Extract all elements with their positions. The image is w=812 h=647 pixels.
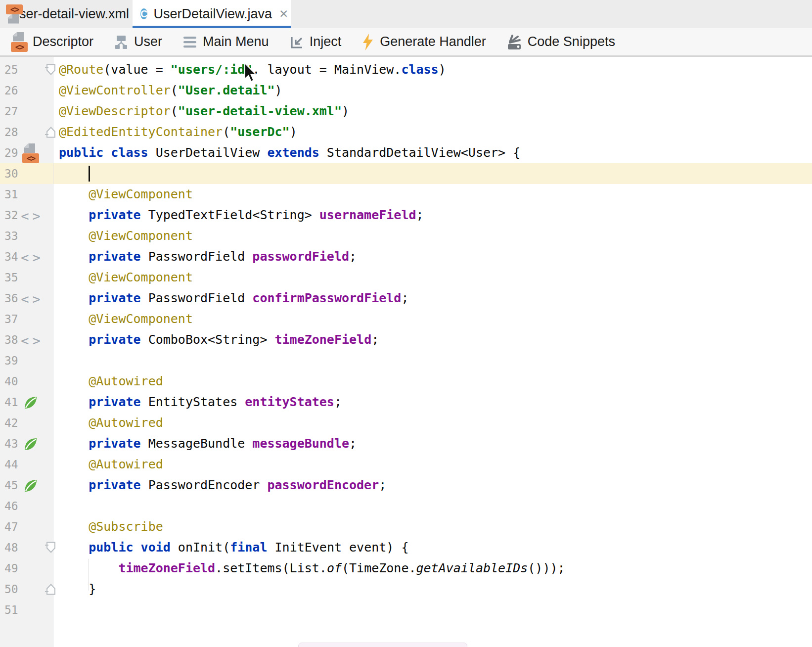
tab-label: UserDetailView.java [153,6,272,22]
main-menu-icon [182,34,198,50]
fold-marker-start[interactable] [45,63,57,77]
fold-marker-end[interactable] [45,582,57,596]
gutter-angle-brackets-icon[interactable]: <> [21,248,41,266]
code-line-row-46: 46 [0,496,812,516]
tab-userdetailview-java[interactable]: C UserDetailView.java ✕ [133,0,291,28]
gutter-xml-file-icon[interactable]: <> [21,144,41,162]
gutter-spring-bean-icon[interactable] [21,435,41,453]
line-number: 45 [4,475,18,496]
code-snippets-icon [506,34,523,50]
line-number: 39 [4,350,18,371]
code-editor[interactable]: 25@Route(value = "users/:id", layout = M… [0,57,812,647]
code-line-row-27: 27@ViewDescriptor("user-detail-view.xml"… [0,101,812,122]
code-line-row-33: 33 @ViewComponent [0,226,812,246]
code-line-row-35: 35 @ViewComponent [0,267,812,288]
code-line-text: @Autowired [59,454,163,475]
code-line-row-25: 25@Route(value = "users/:id", layout = M… [0,59,812,80]
line-number: 25 [4,59,18,80]
toolbar-item-label: Main Menu [203,34,269,49]
line-number: 34 [4,246,18,267]
editor-tab-bar: <> user-detail-view.xml ✕ C UserDetailVi… [0,0,812,28]
toolbar-item-inject[interactable]: Inject [289,34,342,50]
code-line-text: private EntityStates entityStates; [59,392,342,413]
line-number: 47 [4,516,18,537]
gutter-spring-bean-icon[interactable] [21,394,41,412]
line-number: 51 [4,600,18,620]
popup-edge [298,643,467,647]
toolbar-item-descriptor[interactable]: <>Descriptor [11,32,93,52]
line-number: 38 [4,329,18,350]
line-number: 42 [4,413,18,433]
toolbar-item-label: Descriptor [33,34,93,49]
code-line-row-28: 28@EditedEntityContainer("userDc") [0,122,812,142]
code-line-row-51: 51 [0,600,812,620]
code-line-text: @Autowired [59,371,163,392]
code-line-text: public class UserDetailView extends Stan… [59,142,520,163]
code-line-row-39: 39 [0,350,812,371]
gutter-angle-brackets-icon[interactable]: <> [21,207,41,225]
code-line-row-34: 34<> private PasswordField passwordField… [0,246,812,267]
close-icon[interactable]: ✕ [279,7,288,21]
line-number: 50 [4,579,18,600]
code-line-row-26: 26@ViewController("User.detail") [0,80,812,101]
gutter-spring-bean-icon[interactable] [21,477,41,495]
code-line-text: private ComboBox<String> timeZoneField; [59,329,379,350]
line-number: 35 [4,267,18,288]
entity-hierarchy-icon [113,34,129,50]
code-line-row-31: 31 @ViewComponent [0,184,812,205]
code-line-text: @ViewComponent [59,309,193,329]
toolbar-item-main-menu[interactable]: Main Menu [182,34,269,50]
code-line-text: private TypedTextField<String> usernameF… [59,205,424,226]
code-line-row-40: 40 @Autowired [0,371,812,392]
toolbar-item-label: User [134,34,162,49]
code-line-row-42: 42 @Autowired [0,413,812,433]
java-class-icon: C [140,6,147,22]
code-line-text: @ViewComponent [59,267,193,288]
code-line-text: @ViewController("User.detail") [59,80,282,101]
code-line-text: @EditedEntityContainer("userDc") [59,122,297,142]
fold-marker-start[interactable] [45,541,57,555]
code-line-row-29: 29<>public class UserDetailView extends … [0,142,812,163]
line-number: 48 [4,537,18,558]
code-line-row-50: 50 } [0,579,812,600]
fold-marker-end[interactable] [45,125,57,139]
code-line-text: private PasswordEncoder passwordEncoder; [59,475,386,496]
gutter-angle-brackets-icon[interactable]: <> [21,331,41,349]
line-number: 31 [4,184,18,205]
line-number: 46 [4,496,18,516]
code-line-row-41: 41 private EntityStates entityStates; [0,392,812,413]
code-line-row-37: 37 @ViewComponent [0,309,812,329]
code-line-text: private PasswordField confirmPasswordFie… [59,288,408,309]
code-line-row-45: 45 private PasswordEncoder passwordEncod… [0,475,812,496]
code-line-row-38: 38<> private ComboBox<String> timeZoneFi… [0,329,812,350]
code-line-text: private MessageBundle messageBundle; [59,433,357,454]
toolbar-item-code-snippets[interactable]: Code Snippets [506,34,615,50]
line-number: 36 [4,288,18,309]
code-line-row-43: 43 private MessageBundle messageBundle; [0,433,812,454]
line-number: 41 [4,392,18,413]
code-line-text: @ViewDescriptor("user-detail-view.xml") [59,101,349,122]
toolbar-item-generate-handler[interactable]: Generate Handler [361,33,486,51]
line-number: 29 [4,142,18,163]
line-number: 26 [4,80,18,101]
code-line-text: @Autowired [59,413,163,433]
xml-file-icon: <> [11,32,28,52]
code-line-text: @ViewComponent [59,226,193,246]
code-line-text: private PasswordField passwordField; [59,246,357,267]
code-line-text: timeZoneField.setItems(List.of(TimeZone.… [59,558,565,579]
gutter-separator [53,57,53,647]
code-line-row-47: 47 @Subscribe [0,516,812,537]
line-number: 27 [4,101,18,122]
gutter-angle-brackets-icon[interactable]: <> [21,290,41,308]
line-number: 28 [4,122,18,142]
code-line-row-32: 32<> private TypedTextField<String> user… [0,205,812,226]
line-number: 30 [4,163,18,184]
toolbar-item-label: Generate Handler [380,34,486,49]
line-number: 43 [4,433,18,454]
toolbar-item-user[interactable]: User [113,34,162,50]
line-number: 33 [4,226,18,246]
tab-user-detail-view-xml[interactable]: <> user-detail-view.xml ✕ [0,0,133,28]
code-line-row-30: 30 [0,163,812,184]
inject-icon [289,34,305,50]
code-line-row-48: 48 public void onInit(final InitEvent ev… [0,537,812,558]
